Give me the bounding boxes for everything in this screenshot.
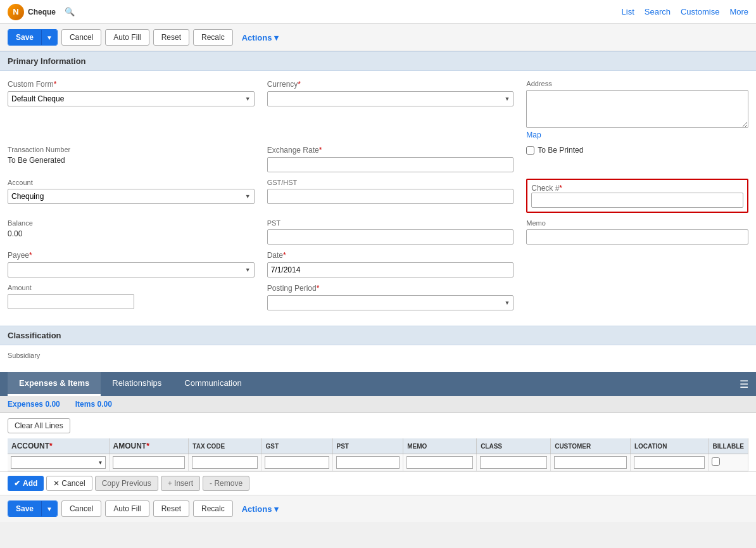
taxcode-cell-input[interactable]	[192, 456, 258, 469]
gst-label: GST/HST	[267, 179, 514, 186]
page-content: Primary Information Custom Form* Default…	[0, 51, 756, 495]
cell-amount	[109, 454, 189, 471]
autofill-button[interactable]: Auto Fill	[105, 29, 149, 46]
exchange-rate-input[interactable]	[267, 157, 514, 172]
cell-class	[477, 454, 551, 471]
bottom-save-button-group: Save ▼	[8, 500, 58, 517]
amount-cell-input[interactable]	[113, 456, 186, 469]
check-num-box: Check #*	[526, 179, 748, 213]
bottom-recalc-button[interactable]: Recalc	[193, 500, 233, 517]
balance-col: Balance 0.00	[8, 219, 255, 245]
copy-previous-button[interactable]: Copy Previous	[95, 476, 158, 491]
toolbar: Save ▼ Cancel Auto Fill Reset Recalc Act…	[0, 24, 756, 51]
bottom-save-dropdown-button[interactable]: ▼	[41, 501, 57, 516]
tab-expenses-items[interactable]: Expenses & Items	[8, 372, 101, 396]
row-cancel-button[interactable]: ✕ Cancel	[46, 476, 92, 491]
nav-list[interactable]: List	[622, 7, 634, 16]
account-select[interactable]: Chequing	[8, 189, 255, 204]
account-select-wrapper: Chequing ▼	[8, 189, 255, 204]
gst-cell-input[interactable]	[265, 456, 329, 469]
map-link[interactable]: Map	[526, 131, 748, 139]
expense-table-header: ACCOUNT* AMOUNT* TAX CODE GST PST MEMO C…	[8, 438, 748, 454]
gst-input[interactable]	[267, 189, 514, 204]
check-num-input[interactable]	[531, 193, 743, 208]
search-icon[interactable]: 🔍	[65, 7, 75, 16]
cell-location	[630, 454, 709, 471]
to-be-printed-wrapper: To Be Printed	[526, 146, 748, 155]
tab-relationships[interactable]: Relationships	[101, 372, 173, 396]
currency-select[interactable]	[267, 91, 514, 106]
col-class: CLASS	[477, 438, 551, 454]
expense-table-header-row: ACCOUNT* AMOUNT* TAX CODE GST PST MEMO C…	[8, 438, 748, 454]
save-button-group: Save ▼	[8, 29, 58, 46]
save-button[interactable]: Save	[8, 30, 41, 45]
billable-cell-checkbox[interactable]	[712, 457, 720, 466]
nav-search[interactable]: Search	[645, 7, 671, 16]
col-memo: MEMO	[403, 438, 477, 454]
classification-header: Classification	[0, 326, 756, 345]
nav-customise[interactable]: Customise	[681, 7, 719, 16]
cell-customer	[551, 454, 631, 471]
address-textarea[interactable]	[526, 90, 748, 128]
txn-number-value: To Be Generated	[8, 156, 255, 165]
cancel-button[interactable]: Cancel	[61, 29, 101, 46]
cell-billable	[709, 454, 748, 471]
nav-more[interactable]: More	[729, 7, 748, 16]
form-row-4: Balance 0.00 PST Memo	[8, 219, 748, 245]
recalc-button[interactable]: Recalc	[193, 29, 233, 46]
amount-col: Amount	[8, 284, 255, 310]
location-cell-input[interactable]	[634, 456, 705, 469]
date-input[interactable]: 7/1/2014	[267, 262, 514, 277]
account-col: Account Chequing ▼	[8, 179, 255, 213]
account-cell-select[interactable]	[11, 456, 106, 469]
balance-label: Balance	[8, 219, 255, 227]
amount-label: Amount	[8, 284, 255, 291]
save-dropdown-button[interactable]: ▼	[41, 30, 57, 45]
date-col: Date* 7/1/2014	[267, 251, 514, 277]
expense-action-row: ✔ Add ✕ Cancel Copy Previous + Insert - …	[0, 471, 756, 495]
col-amount: AMOUNT*	[109, 438, 189, 454]
amount-input[interactable]	[8, 294, 134, 309]
payee-select[interactable]	[8, 262, 255, 277]
tab-communication[interactable]: Communication	[173, 372, 253, 396]
bottom-cancel-button[interactable]: Cancel	[61, 500, 101, 517]
to-be-printed-col: To Be Printed	[526, 146, 748, 172]
col-gst: GST	[261, 438, 332, 454]
col-billable: BILLABLE	[709, 438, 748, 454]
to-be-printed-checkbox[interactable]	[526, 146, 534, 155]
customer-cell-input[interactable]	[554, 456, 627, 469]
pst-cell-input[interactable]	[336, 456, 400, 469]
custom-form-select[interactable]: Default Cheque	[8, 91, 255, 106]
bottom-autofill-button[interactable]: Auto Fill	[105, 500, 149, 517]
class-cell-input[interactable]	[480, 456, 547, 469]
clear-all-lines-button[interactable]: Clear All Lines	[8, 418, 70, 433]
bottom-toolbar: Save ▼ Cancel Auto Fill Reset Recalc Act…	[0, 495, 756, 522]
cancel-x-icon: ✕	[53, 479, 60, 488]
collapse-icon[interactable]: ☰	[740, 378, 748, 390]
check-num-col: Check #*	[526, 179, 748, 213]
gst-col: GST/HST	[267, 179, 514, 213]
col-location: LOCATION	[630, 438, 709, 454]
insert-button[interactable]: + Insert	[161, 476, 200, 491]
remove-button[interactable]: - Remove	[203, 476, 249, 491]
bottom-actions-button[interactable]: Actions ▾	[237, 501, 284, 517]
balance-value: 0.00	[8, 229, 255, 238]
payee-label: Payee*	[8, 251, 255, 260]
bottom-reset-button[interactable]: Reset	[153, 500, 189, 517]
expense-table-wrapper: ACCOUNT* AMOUNT* TAX CODE GST PST MEMO C…	[0, 438, 756, 471]
tabs-bar: Expenses & Items Relationships Communica…	[0, 372, 756, 396]
add-button[interactable]: ✔ Add	[8, 476, 44, 491]
actions-button[interactable]: Actions ▾	[237, 30, 284, 46]
reset-button[interactable]: Reset	[153, 29, 189, 46]
custom-form-label: Custom Form*	[8, 80, 255, 89]
posting-period-select[interactable]	[267, 295, 514, 310]
memo-cell-input[interactable]	[406, 456, 473, 469]
exchange-rate-col: Exchange Rate*	[267, 146, 514, 172]
expenses-bar: Expenses 0.00 Items 0.00	[0, 396, 756, 413]
txn-number-col: Transaction Number To Be Generated	[8, 146, 255, 172]
memo-input[interactable]	[526, 229, 748, 245]
account-label: Account	[8, 179, 255, 186]
form-row-6: Amount Posting Period* ▼	[8, 284, 748, 310]
pst-input[interactable]	[267, 229, 514, 245]
bottom-save-button[interactable]: Save	[8, 501, 41, 516]
